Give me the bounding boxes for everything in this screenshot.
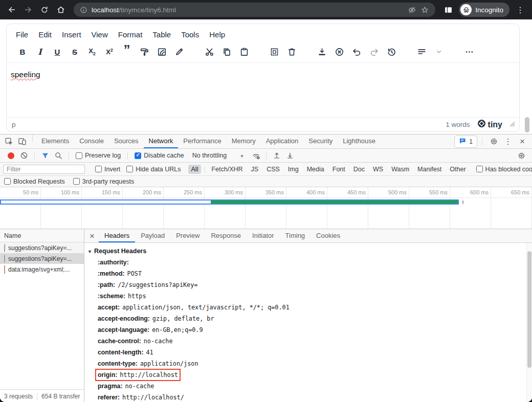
- toolbar-button[interactable]: [203, 45, 215, 58]
- hide-data-urls-checkbox[interactable]: Hide data URLs: [126, 166, 181, 173]
- editor-menu-item[interactable]: File: [11, 28, 33, 41]
- toolbar-button[interactable]: [385, 45, 397, 58]
- toolbar-button[interactable]: [463, 45, 475, 58]
- preserve-log-checkbox[interactable]: Preserve log: [76, 152, 121, 159]
- toolbar-button[interactable]: [173, 45, 185, 58]
- editor-menu-item[interactable]: Insert: [57, 28, 86, 41]
- disable-cache-checkbox[interactable]: Disable cache: [135, 152, 184, 159]
- record-button[interactable]: [4, 149, 17, 162]
- details-tab[interactable]: Cookies: [311, 229, 346, 242]
- blocked-requests-checkbox[interactable]: Blocked Requests: [4, 178, 65, 185]
- toolbar-button[interactable]: [138, 45, 150, 58]
- toolbar-button[interactable]: [220, 45, 233, 58]
- misspelled-word[interactable]: speeling: [11, 70, 40, 79]
- preserve-log-box[interactable]: [76, 152, 82, 159]
- request-row[interactable]: suggestions?apiKey=...: [0, 253, 84, 264]
- details-tab[interactable]: Response: [205, 229, 247, 242]
- console-messages-button[interactable]: 1: [454, 136, 477, 148]
- toolbar-button[interactable]: [333, 45, 345, 58]
- search-button[interactable]: [52, 149, 65, 162]
- inspect-element-button[interactable]: [2, 135, 15, 148]
- toolbar-button[interactable]: S: [69, 45, 81, 58]
- editor-menu-item[interactable]: Format: [113, 28, 148, 41]
- device-toolbar-button[interactable]: [15, 135, 29, 148]
- editor-menu-item[interactable]: Table: [147, 28, 176, 41]
- close-details-button[interactable]: ×: [85, 229, 99, 242]
- site-info-icon[interactable]: [80, 6, 87, 14]
- invert-box[interactable]: [95, 166, 102, 172]
- resource-filter-pill[interactable]: Wasm: [388, 165, 412, 174]
- details-tab[interactable]: Timing: [280, 229, 311, 242]
- details-scrollbar[interactable]: [526, 243, 532, 402]
- editor-menu-item[interactable]: Tools: [176, 28, 204, 41]
- devtools-tab[interactable]: Performance: [178, 135, 226, 148]
- toolbar-button[interactable]: X2: [86, 45, 98, 58]
- resource-filter-pill[interactable]: Font: [329, 165, 348, 174]
- reload-button[interactable]: [37, 2, 52, 17]
- toolbar-button[interactable]: X2: [103, 45, 116, 58]
- resource-filter-pill[interactable]: CSS: [263, 165, 283, 174]
- devtools-tab[interactable]: Elements: [36, 135, 74, 148]
- throttling-select[interactable]: No throttling ▼: [192, 152, 244, 159]
- editor-menu-item[interactable]: Help: [204, 28, 230, 41]
- word-count[interactable]: 1 words: [446, 121, 470, 128]
- editor-menu-item[interactable]: Edit: [33, 28, 57, 41]
- details-tab[interactable]: Headers: [99, 229, 135, 242]
- devtools-tab[interactable]: Security: [303, 135, 338, 148]
- resource-filter-pill[interactable]: Manifest: [414, 165, 445, 174]
- toolbar-button[interactable]: [316, 45, 328, 58]
- network-overview[interactable]: [0, 198, 532, 229]
- devtools-tab[interactable]: Lighthouse: [338, 135, 381, 148]
- network-settings-button[interactable]: [515, 149, 528, 162]
- toolbar-button[interactable]: [156, 45, 168, 58]
- request-headers-section[interactable]: ▾ Request Headers: [88, 248, 525, 255]
- resource-filter-pill[interactable]: All: [188, 165, 202, 174]
- request-row[interactable]: suggestions?apiKey=...: [0, 242, 84, 253]
- details-tab[interactable]: Payload: [135, 229, 170, 242]
- third-party-box[interactable]: [73, 178, 80, 185]
- devtools-tab[interactable]: Application: [261, 135, 304, 148]
- element-path[interactable]: p: [12, 121, 16, 128]
- back-button[interactable]: [4, 2, 19, 17]
- name-column-header[interactable]: Name: [0, 229, 84, 242]
- devtools-tab[interactable]: Sources: [109, 135, 144, 148]
- toolbar-button[interactable]: [368, 45, 380, 58]
- invert-checkbox[interactable]: Invert: [95, 166, 120, 173]
- toolbar-button[interactable]: [433, 45, 445, 58]
- waterfall-bar[interactable]: [0, 199, 459, 205]
- browser-menu-button[interactable]: ⋮: [513, 2, 528, 17]
- devtools-menu-button[interactable]: ⋮: [501, 135, 515, 148]
- resource-filter-pill[interactable]: Img: [285, 165, 302, 174]
- resource-filter-pill[interactable]: Fetch/XHR: [208, 165, 246, 174]
- bookmark-star-icon[interactable]: [420, 6, 429, 14]
- resource-filter-pill[interactable]: JS: [248, 165, 262, 174]
- side-panel-button[interactable]: [440, 2, 456, 17]
- tiny-branding[interactable]: tiny: [477, 119, 502, 130]
- hide-data-urls-box[interactable]: [126, 166, 133, 172]
- import-har-button[interactable]: [270, 149, 283, 162]
- devtools-tab[interactable]: Memory: [227, 135, 261, 148]
- disable-cache-box[interactable]: [135, 152, 141, 159]
- page-scrollbar[interactable]: [525, 117, 529, 132]
- resource-filter-pill[interactable]: WS: [370, 165, 386, 174]
- has-blocked-cookies-box[interactable]: [476, 166, 483, 172]
- section-collapse-icon[interactable]: ▾: [88, 248, 91, 255]
- network-conditions-button[interactable]: [249, 149, 262, 162]
- toolbar-button[interactable]: [238, 45, 250, 58]
- toolbar-button[interactable]: U: [51, 45, 63, 58]
- toolbar-button[interactable]: I: [34, 45, 46, 58]
- details-tab[interactable]: Preview: [170, 229, 205, 242]
- toolbar-button[interactable]: [268, 45, 280, 58]
- resource-filter-pill[interactable]: Other: [447, 165, 469, 174]
- editor-menu-item[interactable]: View: [86, 28, 113, 41]
- devtools-tab[interactable]: Network: [144, 135, 179, 148]
- devtools-tab[interactable]: Console: [74, 135, 109, 148]
- third-party-checkbox[interactable]: 3rd-party requests: [73, 178, 134, 185]
- toolbar-button[interactable]: [415, 45, 428, 58]
- filter-toggle-button[interactable]: [38, 149, 52, 162]
- toolbar-button[interactable]: [285, 45, 298, 58]
- forward-button[interactable]: [20, 2, 36, 17]
- has-blocked-cookies-checkbox[interactable]: Has blocked cookies: [476, 166, 532, 173]
- devtools-close-button[interactable]: ×: [516, 135, 529, 148]
- clear-button[interactable]: [17, 149, 31, 162]
